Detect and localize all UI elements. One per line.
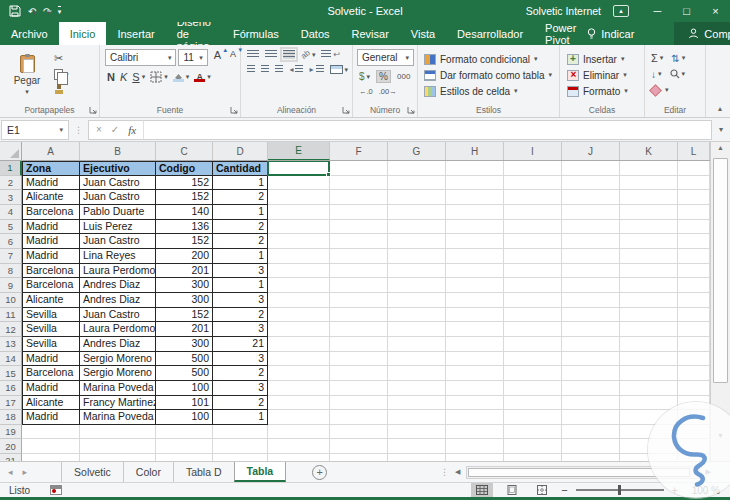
ribbon-tab-power-pivot[interactable]: Power Pivot bbox=[534, 22, 587, 45]
row-header-3[interactable]: 3 bbox=[0, 190, 22, 205]
increase-decimal-button[interactable]: ←.0 bbox=[359, 87, 373, 96]
cell-E8[interactable] bbox=[268, 264, 330, 279]
cancel-entry-button[interactable]: × bbox=[96, 124, 102, 135]
cell-E17[interactable] bbox=[268, 396, 330, 411]
cell-B14[interactable]: Sergio Moreno bbox=[80, 352, 156, 367]
cell-A20[interactable] bbox=[22, 439, 80, 454]
col-header-C[interactable]: C bbox=[156, 142, 213, 160]
cell-D12[interactable]: 3 bbox=[213, 322, 268, 337]
cell-H11[interactable] bbox=[446, 308, 504, 323]
cell-D11[interactable]: 2 bbox=[213, 308, 268, 323]
align-bottom-button[interactable] bbox=[283, 50, 295, 59]
increase-font-size-button[interactable]: A▴ bbox=[214, 49, 221, 66]
cell-B20[interactable] bbox=[80, 439, 156, 454]
cell-A18[interactable]: Madrid bbox=[22, 410, 80, 425]
cell-G5[interactable] bbox=[388, 220, 446, 235]
cell-F14[interactable] bbox=[330, 352, 388, 367]
cell-G13[interactable] bbox=[388, 337, 446, 352]
cell-H7[interactable] bbox=[446, 249, 504, 264]
cell-K13[interactable] bbox=[620, 337, 678, 352]
cell-F15[interactable] bbox=[330, 366, 388, 381]
cell-E6[interactable] bbox=[268, 234, 330, 249]
undo-icon[interactable]: ↶▾ bbox=[28, 6, 36, 17]
ribbon-tab-archivo[interactable]: Archivo bbox=[0, 22, 59, 45]
cell-J5[interactable] bbox=[562, 220, 620, 235]
wrap-text-button[interactable]: ↩ bbox=[321, 50, 340, 59]
cell-G2[interactable] bbox=[388, 176, 446, 191]
cell-E18[interactable] bbox=[268, 410, 330, 425]
copy-button[interactable]: ▾ bbox=[54, 69, 69, 80]
fill-button[interactable]: ↓▾ bbox=[651, 69, 662, 80]
new-sheet-button[interactable]: + bbox=[312, 465, 327, 480]
cell-J12[interactable] bbox=[562, 322, 620, 337]
cell-H17[interactable] bbox=[446, 396, 504, 411]
ribbon-tab-insertar[interactable]: Insertar bbox=[106, 22, 165, 45]
cell-I10[interactable] bbox=[504, 293, 562, 308]
row-header-20[interactable]: 20 bbox=[0, 439, 22, 454]
account-name[interactable]: Solvetic Internet bbox=[526, 5, 601, 17]
cell-I5[interactable] bbox=[504, 220, 562, 235]
row-header-14[interactable]: 14 bbox=[0, 352, 22, 367]
cell-D1[interactable]: Cantidad bbox=[213, 161, 268, 176]
sort-filter-button[interactable]: ⇅▾ bbox=[671, 53, 685, 64]
cell-F12[interactable] bbox=[330, 322, 388, 337]
cell-G15[interactable] bbox=[388, 366, 446, 381]
cell-A10[interactable]: Alicante bbox=[22, 293, 80, 308]
cell-L8[interactable] bbox=[678, 264, 710, 279]
cell-G9[interactable] bbox=[388, 278, 446, 293]
cell-G17[interactable] bbox=[388, 396, 446, 411]
cell-I14[interactable] bbox=[504, 352, 562, 367]
minimize-button[interactable]: ─ bbox=[643, 0, 672, 22]
cell-A9[interactable]: Barcelona bbox=[22, 278, 80, 293]
cell-B19[interactable] bbox=[80, 425, 156, 440]
cell-L5[interactable] bbox=[678, 220, 710, 235]
cell-J7[interactable] bbox=[562, 249, 620, 264]
cell-D20[interactable] bbox=[213, 439, 268, 454]
page-break-view-button[interactable] bbox=[531, 483, 553, 497]
row-header-6[interactable]: 6 bbox=[0, 234, 22, 249]
cell-D14[interactable]: 3 bbox=[213, 352, 268, 367]
select-all-corner[interactable] bbox=[0, 142, 22, 160]
cell-C11[interactable]: 152 bbox=[156, 308, 213, 323]
row-header-21[interactable]: 21 bbox=[0, 454, 22, 461]
paste-button[interactable]: Pegar ▾ bbox=[6, 48, 48, 103]
cell-K17[interactable] bbox=[620, 396, 678, 411]
cell-J10[interactable] bbox=[562, 293, 620, 308]
cell-H3[interactable] bbox=[446, 190, 504, 205]
ribbon-tab-datos[interactable]: Datos bbox=[290, 22, 341, 45]
cell-E4[interactable] bbox=[268, 205, 330, 220]
font-dialog-launcher[interactable] bbox=[230, 106, 238, 114]
cell-C6[interactable]: 152 bbox=[156, 234, 213, 249]
merge-center-button[interactable]: ▾ bbox=[330, 65, 349, 74]
selected-cell-E1[interactable] bbox=[267, 161, 330, 176]
cell-C12[interactable]: 201 bbox=[156, 322, 213, 337]
cell-K10[interactable] bbox=[620, 293, 678, 308]
row-header-15[interactable]: 15 bbox=[0, 366, 22, 381]
cell-B9[interactable]: Andres Diaz bbox=[80, 278, 156, 293]
cell-B21[interactable] bbox=[80, 454, 156, 461]
cell-I6[interactable] bbox=[504, 234, 562, 249]
cell-B7[interactable]: Lina Reyes bbox=[80, 249, 156, 264]
row-header-7[interactable]: 7 bbox=[0, 249, 22, 264]
cell-H1[interactable] bbox=[446, 161, 504, 176]
cell-A16[interactable]: Madrid bbox=[22, 381, 80, 396]
cell-C10[interactable]: 300 bbox=[156, 293, 213, 308]
cell-E14[interactable] bbox=[268, 352, 330, 367]
cell-L16[interactable] bbox=[678, 381, 710, 396]
fill-handle[interactable] bbox=[326, 172, 331, 177]
cell-C4[interactable]: 140 bbox=[156, 205, 213, 220]
cell-K6[interactable] bbox=[620, 234, 678, 249]
cell-L15[interactable] bbox=[678, 366, 710, 381]
cell-C5[interactable]: 136 bbox=[156, 220, 213, 235]
orientation-button[interactable]: ab▾ bbox=[301, 50, 315, 59]
cell-F19[interactable] bbox=[330, 425, 388, 440]
cell-H6[interactable] bbox=[446, 234, 504, 249]
row-header-4[interactable]: 4 bbox=[0, 205, 22, 220]
macro-record-icon[interactable] bbox=[50, 485, 62, 495]
cell-F7[interactable] bbox=[330, 249, 388, 264]
tell-me-button[interactable]: Indicar bbox=[587, 28, 634, 40]
cell-I16[interactable] bbox=[504, 381, 562, 396]
cell-I13[interactable] bbox=[504, 337, 562, 352]
cell-G10[interactable] bbox=[388, 293, 446, 308]
cell-J3[interactable] bbox=[562, 190, 620, 205]
